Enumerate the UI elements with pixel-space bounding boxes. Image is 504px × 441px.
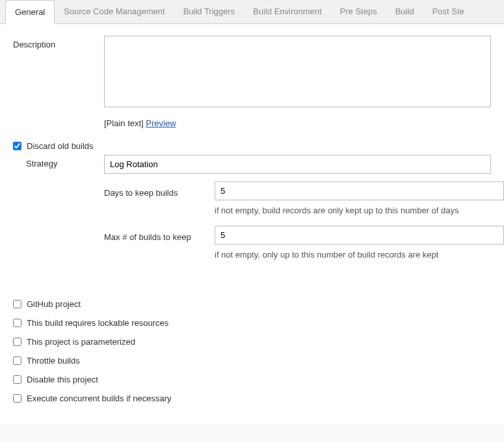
preview-link[interactable]: Preview (146, 118, 176, 128)
plain-text-label: [Plain text] (104, 118, 144, 128)
tab-build-triggers[interactable]: Build Triggers (174, 0, 244, 23)
days-to-keep-row: Days to keep builds (104, 181, 504, 200)
concurrent-builds-row: Execute concurrent builds if necessary (0, 389, 504, 408)
tab-build[interactable]: Build (386, 0, 423, 23)
github-project-label: GitHub project (27, 299, 81, 309)
discard-old-builds-checkbox[interactable] (13, 142, 21, 150)
tab-build-environment[interactable]: Build Environment (244, 0, 331, 23)
tab-scm[interactable]: Source Code Management (55, 0, 174, 23)
disable-project-row: Disable this project (0, 370, 504, 389)
tab-general[interactable]: General (5, 0, 55, 24)
lockable-resources-row: This build requires lockable resources (0, 314, 504, 332)
discard-old-builds-row: Discard old builds (0, 137, 504, 155)
concurrent-builds-label: Execute concurrent builds if necessary (27, 394, 172, 403)
lockable-resources-checkbox[interactable] (13, 319, 21, 327)
tab-pre-steps[interactable]: Pre Steps (331, 0, 386, 23)
parameterized-checkbox[interactable] (13, 338, 21, 346)
throttle-builds-row: Throttle builds (0, 351, 504, 370)
description-hint: [Plain text] Preview (104, 117, 504, 137)
description-row: Description (0, 36, 504, 109)
discard-old-builds-label: Discard old builds (27, 141, 94, 151)
tab-post-steps[interactable]: Post Ste (423, 0, 473, 23)
max-builds-label: Max # of builds to keep (104, 228, 215, 242)
lockable-resources-label: This build requires lockable resources (27, 318, 168, 328)
max-builds-input[interactable] (215, 226, 504, 245)
parameterized-row: This project is parameterized (0, 332, 504, 351)
strategy-select[interactable]: Log Rotation (104, 155, 491, 174)
throttle-builds-checkbox[interactable] (13, 356, 21, 365)
max-builds-help: if not empty, only up to this number of … (215, 247, 504, 270)
days-to-keep-help: if not empty, build records are only kep… (215, 203, 504, 226)
days-to-keep-label: Days to keep builds (104, 184, 215, 198)
max-builds-row: Max # of builds to keep (104, 226, 504, 245)
strategy-label: Strategy (13, 155, 104, 168)
concurrent-builds-checkbox[interactable] (13, 394, 21, 403)
disable-project-label: Disable this project (27, 375, 98, 384)
options-list: GitHub project This build requires locka… (0, 295, 504, 408)
disable-project-checkbox[interactable] (13, 375, 21, 384)
config-tabs: General Source Code Management Build Tri… (0, 0, 504, 24)
description-label: Description (13, 36, 104, 49)
discard-section: Strategy Log Rotation Days to keep build… (0, 155, 504, 276)
github-project-checkbox[interactable] (13, 300, 21, 308)
github-project-row: GitHub project (0, 295, 504, 314)
description-input[interactable] (104, 36, 491, 107)
parameterized-label: This project is parameterized (27, 337, 135, 347)
general-panel: Description [Plain text] Preview Discard… (0, 24, 504, 423)
days-to-keep-input[interactable] (215, 181, 504, 200)
throttle-builds-label: Throttle builds (27, 356, 80, 366)
